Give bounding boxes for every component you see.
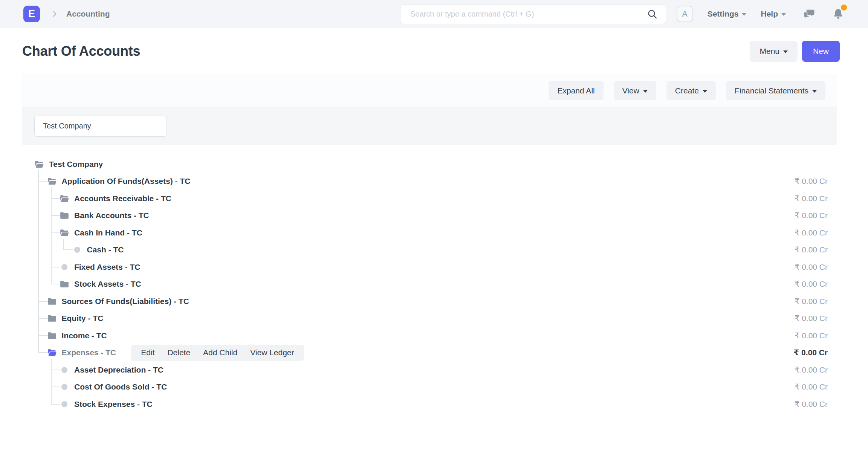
settings-menu[interactable]: Settings (708, 9, 747, 18)
tree-row[interactable]: Bank Accounts - TC₹ 0.00 Cr (22, 207, 837, 225)
account-label[interactable]: Accounts Receivable - TC (74, 194, 171, 203)
view-button[interactable]: View (614, 81, 656, 100)
bell-icon[interactable] (832, 8, 845, 20)
account-label[interactable]: Bank Accounts - TC (74, 211, 149, 220)
menu-button[interactable]: Menu (750, 41, 798, 62)
folder-icon (60, 279, 69, 289)
chevron-down-icon (742, 13, 746, 16)
account-balance: ₹ 0.00 Cr (795, 245, 837, 254)
account-label[interactable]: Cost Of Goods Sold - TC (74, 382, 167, 391)
expand-all-button[interactable]: Expand All (549, 81, 603, 100)
navbar-right: A Settings Help (677, 6, 845, 22)
folder-open-icon (47, 348, 57, 358)
help-menu[interactable]: Help (761, 9, 786, 18)
erpnext-logo[interactable]: E (23, 6, 40, 22)
tree-row[interactable]: Stock Expenses - TC₹ 0.00 Cr (22, 396, 837, 413)
add-child-action[interactable]: Add Child (203, 348, 237, 357)
account-balance: ₹ 0.00 Cr (795, 331, 837, 340)
account-label[interactable]: Expenses - TC (62, 348, 116, 357)
page-actions: Menu New (750, 41, 840, 62)
chevron-down-icon (781, 13, 786, 16)
account-label[interactable]: Cash - TC (87, 245, 124, 254)
leaf-dot-icon (72, 245, 82, 255)
account-balance: ₹ 0.00 Cr (795, 228, 837, 237)
menu-button-label: Menu (760, 47, 779, 56)
tree-row[interactable]: Stock Assets - TC₹ 0.00 Cr (22, 276, 837, 293)
account-label[interactable]: Test Company (49, 160, 103, 169)
expand-all-label: Expand All (557, 86, 594, 95)
tree-row[interactable]: Test Company (22, 156, 837, 173)
avatar[interactable]: A (677, 6, 693, 22)
account-label[interactable]: Fixed Assets - TC (74, 263, 140, 272)
accounts-tree: Test CompanyApplication Of Funds(Assets)… (22, 145, 837, 448)
chevron-right-icon (50, 9, 60, 19)
account-label[interactable]: Income - TC (62, 331, 107, 340)
tree-row[interactable]: Cash - TC₹ 0.00 Cr (22, 241, 837, 259)
account-balance: ₹ 0.00 Cr (795, 194, 837, 203)
search-input[interactable] (410, 10, 646, 18)
search-icon[interactable] (646, 8, 658, 20)
tree-row[interactable]: Asset Depreciation - TC₹ 0.00 Cr (22, 361, 837, 379)
folder-open-icon (34, 159, 44, 169)
chevron-down-icon (812, 90, 817, 93)
edit-action[interactable]: Edit (141, 348, 154, 357)
create-button[interactable]: Create (666, 81, 716, 100)
financial-statements-button[interactable]: Financial Statements (726, 81, 825, 100)
account-balance: ₹ 0.00 Cr (795, 177, 837, 186)
tree-row[interactable]: Equity - TC₹ 0.00 Cr (22, 310, 837, 327)
account-balance: ₹ 0.00 Cr (794, 348, 837, 357)
folder-icon (60, 211, 69, 220)
leaf-dot-icon (60, 399, 69, 409)
chevron-down-icon (643, 90, 648, 93)
view-ledger-action[interactable]: View Ledger (250, 348, 294, 357)
settings-label: Settings (708, 9, 739, 18)
account-label[interactable]: Stock Assets - TC (74, 280, 141, 289)
folder-icon (47, 331, 57, 341)
folder-open-icon (60, 194, 69, 203)
tree-row[interactable]: Expenses - TCEditDeleteAdd ChildView Led… (22, 344, 837, 362)
folder-open-icon (47, 176, 57, 186)
account-label[interactable]: Cash In Hand - TC (74, 228, 142, 237)
account-label[interactable]: Sources Of Funds(Liabilities) - TC (62, 297, 189, 306)
chevron-down-icon (783, 50, 788, 53)
global-search (400, 4, 666, 24)
folder-icon (47, 313, 57, 323)
financial-statements-label: Financial Statements (735, 86, 808, 95)
page-title: Chart Of Accounts (22, 43, 140, 59)
account-balance: ₹ 0.00 Cr (795, 263, 837, 272)
company-filter-input[interactable] (34, 116, 167, 137)
account-balance: ₹ 0.00 Cr (795, 400, 837, 409)
account-label[interactable]: Asset Depreciation - TC (74, 365, 164, 374)
page-head: Chart Of Accounts Menu New (0, 28, 868, 74)
tree-toolbar: Expand All View Create Financial Stateme… (22, 74, 837, 107)
tree-row[interactable]: Application Of Funds(Assets) - TC₹ 0.00 … (22, 173, 837, 190)
erpnext-app: E Accounting A Settings Help (0, 0, 868, 466)
account-balance: ₹ 0.00 Cr (795, 365, 837, 374)
tree-row[interactable]: Sources Of Funds(Liabilities) - TC₹ 0.00… (22, 293, 837, 310)
tree-row[interactable]: Cash In Hand - TC₹ 0.00 Cr (22, 224, 837, 241)
account-label[interactable]: Stock Expenses - TC (74, 400, 153, 409)
new-button-label: New (813, 47, 829, 56)
delete-action[interactable]: Delete (167, 348, 190, 357)
account-label[interactable]: Application Of Funds(Assets) - TC (62, 177, 191, 186)
logo-letter: E (28, 8, 35, 20)
account-balance: ₹ 0.00 Cr (795, 382, 837, 391)
tree-row[interactable]: Cost Of Goods Sold - TC₹ 0.00 Cr (22, 379, 837, 396)
chat-bubbles-icon[interactable] (802, 7, 816, 21)
tree-row[interactable]: Fixed Assets - TC₹ 0.00 Cr (22, 258, 837, 276)
view-label: View (622, 86, 639, 95)
account-balance: ₹ 0.00 Cr (795, 280, 837, 289)
avatar-letter: A (682, 9, 688, 19)
account-label[interactable]: Equity - TC (62, 314, 104, 323)
tree-row[interactable]: Accounts Receivable - TC₹ 0.00 Cr (22, 190, 837, 207)
leaf-dot-icon (60, 365, 69, 375)
navbar: E Accounting A Settings Help (0, 0, 868, 28)
new-button[interactable]: New (802, 41, 840, 62)
folder-icon (47, 296, 57, 306)
chart-of-accounts-card: Expand All View Create Financial Stateme… (22, 74, 837, 448)
tree-row[interactable]: Income - TC₹ 0.00 Cr (22, 327, 837, 344)
breadcrumb-accounting[interactable]: Accounting (66, 9, 110, 18)
leaf-dot-icon (60, 262, 69, 272)
folder-open-icon (60, 228, 69, 238)
account-balance: ₹ 0.00 Cr (795, 297, 837, 306)
